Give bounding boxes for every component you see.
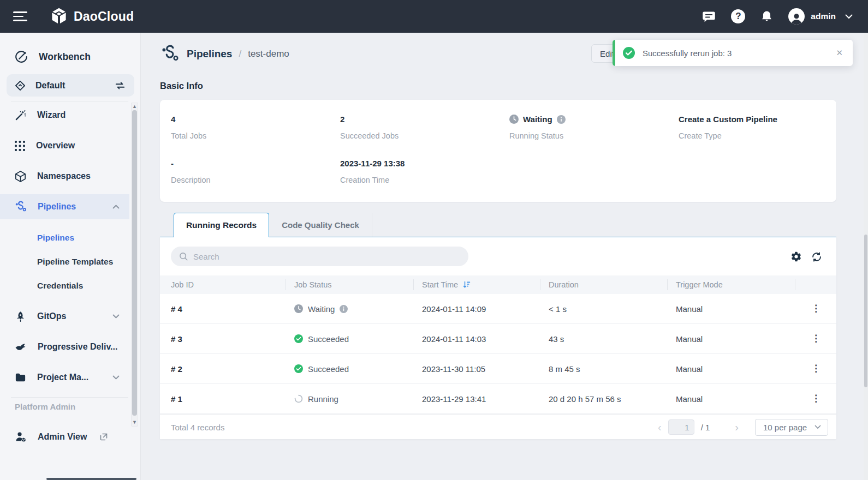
switch-workspace-icon[interactable]: [115, 81, 126, 91]
workspace-selector[interactable]: Default: [7, 74, 134, 97]
duration: < 1 s: [540, 304, 668, 314]
field-label: Succeeded Jobs: [340, 131, 504, 140]
column-trigger-mode[interactable]: Trigger Mode: [668, 275, 795, 294]
sort-desc-icon[interactable]: [462, 280, 471, 289]
kebab-menu-icon[interactable]: ⋮: [811, 335, 821, 343]
job-status: Succeeded: [286, 364, 414, 374]
sidebar-item-wizard[interactable]: Wizard: [0, 103, 129, 128]
sidebar-subitem-pipelines[interactable]: Pipelines: [0, 226, 129, 250]
job-id[interactable]: # 3: [160, 334, 286, 344]
tab-code-quality-check[interactable]: Code Quality Check: [269, 213, 372, 237]
basic-info-card: 4 Total Jobs 2 Succeeded Jobs Waiting Ru…: [160, 100, 836, 202]
scroll-up-arrow[interactable]: ▲: [132, 104, 137, 109]
page-number-input[interactable]: [668, 419, 694, 435]
avatar[interactable]: [788, 8, 805, 25]
sidebar-horizontal-scrollbar-thumb[interactable]: [46, 478, 136, 480]
tab-running-records[interactable]: Running Records: [174, 213, 269, 237]
field-create-type: Create a Custom Pipeline Create Type: [679, 115, 842, 140]
success-check-icon: [623, 47, 635, 59]
trigger-mode: Manual: [668, 304, 795, 314]
duration: 20 d 20 h 57 m 56 s: [540, 394, 668, 404]
field-value: Create a Custom Pipeline: [679, 115, 842, 124]
start-time: 2024-01-11 14:03: [414, 334, 540, 344]
succeeded-icon: [294, 364, 303, 373]
status-label: Running: [308, 394, 338, 404]
hamburger-menu-icon[interactable]: [13, 11, 27, 21]
sidebar-subitem-credentials[interactable]: Credentials: [0, 274, 129, 298]
username-label[interactable]: admin: [811, 11, 836, 21]
table-row[interactable]: # 1 Running 2023-11-29 13:41 20 d 20 h 5…: [160, 384, 836, 414]
job-status: Waiting: [286, 304, 414, 314]
field-label: Description: [171, 176, 335, 184]
clock-icon: [294, 304, 303, 313]
kebab-menu-icon[interactable]: ⋮: [811, 395, 821, 403]
user-chevron-down-icon[interactable]: [845, 14, 853, 19]
job-id[interactable]: # 2: [160, 364, 286, 374]
job-id[interactable]: # 1: [160, 394, 286, 404]
job-status: Running: [286, 394, 414, 404]
next-page-icon[interactable]: ›: [735, 421, 739, 434]
sidebar-item-label: Namespaces: [37, 171, 91, 181]
chat-icon[interactable]: [701, 9, 716, 24]
brand-logo[interactable]: DaoCloud: [49, 7, 134, 26]
page-scrollbar[interactable]: [864, 33, 868, 480]
sidebar-item-pipelines[interactable]: Pipelines: [0, 194, 129, 219]
column-start-time[interactable]: Start Time: [414, 275, 540, 294]
hexagon-cube-icon: [14, 170, 27, 183]
kebab-menu-icon[interactable]: ⋮: [811, 365, 821, 373]
table-row[interactable]: # 4 Waiting 2024-01-11 14:09 < 1 s Manua…: [160, 294, 836, 324]
sidebar-subitem-pipeline-templates[interactable]: Pipeline Templates: [0, 250, 129, 274]
sidebar-item-namespaces[interactable]: Namespaces: [0, 164, 129, 189]
sidebar-item-progressive-delivery[interactable]: Progressive Deliv...: [0, 334, 129, 359]
scroll-down-arrow[interactable]: ▼: [132, 420, 137, 425]
breadcrumb-root[interactable]: Pipelines: [187, 48, 232, 60]
prev-page-icon[interactable]: ‹: [658, 421, 662, 434]
job-id[interactable]: # 4: [160, 304, 286, 314]
help-icon[interactable]: ?: [731, 9, 745, 23]
info-icon[interactable]: [340, 305, 348, 313]
scrollbar-thumb[interactable]: [132, 110, 137, 416]
info-icon[interactable]: [557, 115, 566, 124]
bell-icon[interactable]: [760, 10, 774, 23]
page-count-label: / 1: [701, 423, 710, 432]
trigger-mode: Manual: [668, 394, 795, 404]
duration: 43 s: [540, 334, 668, 344]
field-label: Create Type: [679, 131, 842, 140]
table-header: Job ID Job Status Start Time Duration Tr…: [160, 275, 836, 294]
table-row[interactable]: # 3 Succeeded 2024-01-11 14:03 43 s Manu…: [160, 324, 836, 354]
clock-icon: [509, 115, 519, 124]
duration: 8 m 45 s: [540, 364, 668, 374]
folder-icon: [14, 371, 27, 384]
sidebar-subitem-label: Pipeline Templates: [37, 257, 113, 267]
kebab-menu-icon[interactable]: ⋮: [811, 305, 821, 313]
status-label: Succeeded: [308, 364, 349, 374]
sidebar-item-admin-view[interactable]: Admin View: [0, 424, 129, 449]
gear-icon[interactable]: [790, 251, 802, 262]
sidebar-item-overview[interactable]: Overview: [0, 133, 129, 158]
bird-icon: [14, 340, 27, 353]
sidebar-item-gitops[interactable]: GitOps: [0, 304, 129, 329]
sidebar-item-workbench[interactable]: Workbench: [0, 45, 91, 69]
column-duration[interactable]: Duration: [540, 275, 668, 294]
sidebar-scrollbar[interactable]: ▲ ▼: [131, 103, 138, 427]
toast-message: Successfully rerun job: 3: [643, 49, 732, 58]
column-job-id[interactable]: Job ID: [160, 275, 286, 294]
column-job-status[interactable]: Job Status: [286, 275, 414, 294]
succeeded-icon: [294, 334, 303, 343]
field-value: 2: [340, 115, 504, 124]
sidebar-item-label: GitOps: [37, 311, 66, 321]
refresh-icon[interactable]: [811, 251, 823, 263]
table-row[interactable]: # 2 Succeeded 2023-11-30 11:05 8 m 45 s …: [160, 354, 836, 384]
workspace-icon: [14, 80, 26, 92]
scrollbar-thumb[interactable]: [864, 235, 867, 387]
search-input[interactable]: [193, 252, 455, 261]
search-box[interactable]: [171, 247, 468, 266]
total-records-label: Total 4 records: [171, 423, 224, 432]
toast-close-icon[interactable]: ✕: [836, 48, 843, 58]
field-running-status: Waiting Running Status: [509, 115, 673, 140]
sidebar-item-project-management[interactable]: Project Ma...: [0, 365, 129, 390]
running-spinner-icon: [294, 394, 303, 403]
page-size-select[interactable]: 10 per page: [755, 419, 828, 436]
daocloud-logo-icon: [49, 7, 69, 26]
main-content: Pipelines / test-demo Edit Successfully …: [141, 33, 868, 480]
